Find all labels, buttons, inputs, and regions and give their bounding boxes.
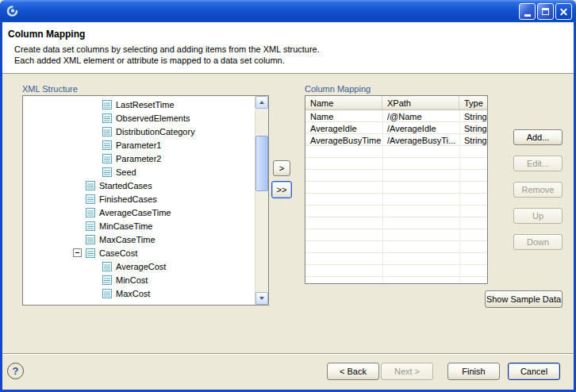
tree-item-label: ObservedElements — [116, 113, 190, 123]
cell-xpath: /AverageBusyTi... — [382, 136, 459, 145]
page-description: Create data set columns by selecting and… — [14, 44, 320, 66]
cell-xpath: /AverageIdle — [382, 124, 459, 133]
description-line-2: Each added XML element or attribute is m… — [14, 55, 320, 66]
tree-item-label: MaxCaseTime — [99, 235, 156, 244]
collapse-icon[interactable] — [73, 248, 82, 257]
tree-item-label: LastResetTime — [116, 100, 175, 110]
tree-item[interactable]: CaseCost — [23, 246, 255, 259]
mapping-action-button[interactable]: Down — [513, 234, 563, 250]
xml-structure-label: XML Structure — [22, 84, 78, 94]
table-header-row: NameXPathType — [305, 96, 487, 110]
tree-item[interactable]: AverageCost — [23, 259, 255, 273]
tree-item[interactable]: DistributionCategory — [23, 125, 255, 138]
mapping-action-button[interactable]: Edit... — [513, 156, 563, 171]
table-row[interactable]: Name /@Name String — [305, 110, 487, 122]
xml-element-icon — [102, 167, 113, 178]
mapping-actions: Add...Edit...RemoveUpDown — [513, 129, 563, 250]
tree-item-label: StartedCases — [99, 181, 152, 190]
close-icon[interactable] — [555, 3, 572, 20]
tree-item[interactable]: AverageCaseTime — [23, 206, 255, 219]
tree-item-label: MinCost — [116, 275, 148, 285]
mapping-action-button[interactable]: Add... — [513, 129, 563, 145]
xml-structure-tree[interactable]: LastResetTime ObservedElements — [22, 95, 269, 306]
xml-element-icon — [85, 180, 96, 191]
tree-item[interactable]: MinCaseTime — [23, 219, 255, 233]
finish-button[interactable]: Finish — [447, 363, 500, 380]
tree-item[interactable]: MaxCost — [23, 286, 255, 300]
tree-item[interactable]: Parameter1 — [23, 138, 255, 152]
tree-item[interactable]: MinCost — [23, 273, 255, 286]
tree-item-label: DistributionCategory — [116, 127, 195, 136]
table-column-header[interactable]: XPath — [382, 96, 459, 110]
tree-item[interactable]: Seed — [23, 165, 255, 179]
xml-element-icon — [85, 194, 96, 205]
tree-item-label: FinishedCases — [99, 194, 157, 204]
scroll-up-icon[interactable] — [255, 96, 268, 109]
tree-item[interactable]: StartedCases — [23, 179, 255, 192]
xml-element-icon — [102, 153, 113, 164]
tree-item[interactable]: MaxCaseTime — [23, 233, 255, 246]
cell-name: AverageBusyTime — [305, 136, 382, 145]
description-line-1: Create data set columns by selecting and… — [14, 44, 320, 55]
tree-item-label: MaxCost — [116, 289, 150, 298]
cell-type: String — [459, 124, 487, 133]
xml-element-icon — [85, 248, 96, 259]
window-controls — [519, 3, 572, 20]
tree-item-label: Parameter2 — [116, 154, 161, 163]
app-icon — [5, 4, 19, 18]
column-mapping-label: Column Mapping — [305, 84, 371, 94]
tree-item-label: AverageCost — [116, 262, 166, 271]
back-button[interactable]: < Back — [327, 363, 379, 380]
tree-item[interactable]: LastResetTime — [23, 98, 255, 111]
table-column-header[interactable]: Name — [305, 96, 382, 110]
mapping-action-button[interactable]: Remove — [513, 182, 563, 198]
cell-type: String — [459, 112, 487, 121]
footer-divider — [2, 353, 574, 354]
xml-element-icon — [85, 234, 96, 245]
xml-element-icon — [102, 113, 113, 124]
show-sample-data-button[interactable]: Show Sample Data — [485, 290, 563, 308]
cell-type: String — [459, 136, 487, 145]
xml-element-icon — [102, 99, 113, 110]
tree-scrollbar[interactable] — [255, 96, 268, 305]
add-selected-button[interactable]: > — [273, 160, 290, 176]
tree-item[interactable]: FinishedCases — [23, 192, 255, 206]
maximize-icon[interactable] — [537, 3, 554, 20]
xml-element-icon — [85, 221, 96, 232]
table-rows: Name /@Name String AverageIdle /AverageI… — [305, 110, 487, 146]
cell-xpath: /@Name — [382, 112, 459, 121]
xml-element-icon — [102, 288, 113, 299]
wizard-header: Column Mapping Create data set columns b… — [2, 22, 574, 74]
dialog-content: Column Mapping Create data set columns b… — [0, 22, 576, 392]
table-column-header[interactable]: Type — [459, 96, 487, 110]
table-row[interactable]: AverageIdle /AverageIdle String — [305, 122, 487, 134]
xml-element-icon — [85, 207, 96, 218]
scroll-down-icon[interactable] — [255, 292, 268, 305]
page-title: Column Mapping — [8, 29, 85, 40]
xml-element-icon — [102, 126, 113, 137]
tree-item[interactable]: ObservedElements — [23, 111, 255, 125]
mapping-action-button[interactable]: Up — [513, 208, 563, 224]
scrollbar-thumb[interactable] — [255, 136, 268, 191]
tree-item-label: AverageCaseTime — [99, 208, 171, 217]
column-mapping-table[interactable]: NameXPathType Name /@Name String Average… — [305, 95, 488, 284]
xml-element-icon — [102, 261, 113, 272]
table-row[interactable]: AverageBusyTime /AverageBusyTi... String — [305, 134, 487, 146]
minimize-icon[interactable] — [519, 3, 536, 20]
xml-element-icon — [102, 275, 113, 286]
tree-item-list: LastResetTime ObservedElements — [23, 96, 255, 305]
xml-element-icon — [102, 140, 113, 151]
tree-item-label: Seed — [116, 167, 136, 177]
cell-name: AverageIdle — [305, 124, 382, 133]
cancel-button[interactable]: Cancel — [508, 363, 560, 380]
tree-item-label: MinCaseTime — [99, 221, 152, 231]
cell-name: Name — [305, 112, 382, 121]
tree-item-label: Parameter1 — [116, 140, 161, 150]
tree-item[interactable]: Parameter2 — [23, 152, 255, 165]
add-all-button[interactable]: >> — [271, 181, 292, 198]
next-button[interactable]: Next > — [381, 363, 433, 380]
titlebar[interactable] — [0, 0, 576, 22]
tree-item-label: CaseCost — [99, 248, 137, 258]
table-body[interactable]: Name /@Name String AverageIdle /AverageI… — [305, 110, 487, 283]
help-button[interactable]: ? — [7, 363, 24, 379]
